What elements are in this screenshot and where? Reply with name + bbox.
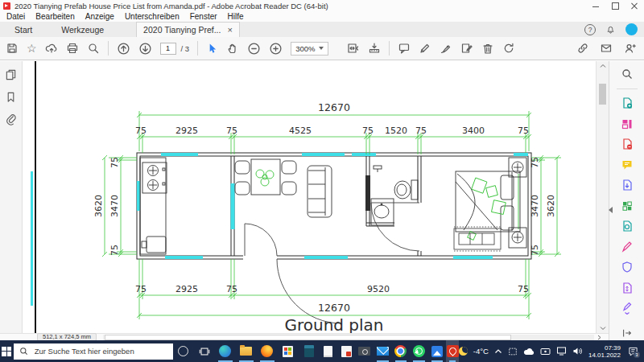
taskbar-app-edge[interactable] <box>215 340 236 362</box>
clock[interactable]: 07:39 14.01.2022 <box>588 344 621 359</box>
page-thumbnails-icon[interactable] <box>5 68 17 80</box>
tray-device-icon[interactable] <box>540 348 551 356</box>
tools-expand-icon[interactable] <box>621 327 633 339</box>
share-upload-icon[interactable] <box>45 42 58 55</box>
scrollbar-thumb[interactable] <box>599 84 606 105</box>
menu-datei[interactable]: Datei <box>6 12 25 21</box>
taskbar-app-store[interactable] <box>278 340 299 362</box>
night-mode-icon[interactable] <box>459 347 468 356</box>
dimension-label: 12670 <box>318 101 350 113</box>
right-panel-collapse-icon[interactable] <box>605 207 613 213</box>
network-icon[interactable] <box>556 347 567 356</box>
pdf-page[interactable]: 12670 75 2925 75 4525 75 1520 75 3400 75… <box>23 61 596 333</box>
tool-convert-icon[interactable] <box>621 220 634 232</box>
star-icon[interactable]: ☆ <box>27 43 37 54</box>
tool-fill-sign-icon[interactable] <box>621 241 634 253</box>
volume-icon[interactable] <box>572 347 583 356</box>
email-icon[interactable] <box>600 42 613 55</box>
tool-compress-icon[interactable] <box>621 282 634 294</box>
zoom-in-icon[interactable] <box>269 42 283 56</box>
menu-bearbeiten[interactable]: Bearbeiten <box>35 12 74 21</box>
scroll-down-icon[interactable] <box>600 326 606 331</box>
action-center-icon[interactable]: 3 <box>626 345 639 358</box>
taskbar-search[interactable] <box>14 343 173 360</box>
tool-more-icon[interactable] <box>621 302 634 315</box>
taskbar-app-file-explorer[interactable] <box>236 340 257 362</box>
tool-create-pdf-icon[interactable] <box>621 97 634 109</box>
tray-snip-icon[interactable] <box>508 347 518 356</box>
attachments-icon[interactable] <box>5 113 17 125</box>
user-avatar[interactable] <box>625 23 638 35</box>
tool-combine-files-icon[interactable] <box>621 117 634 130</box>
close-button-icon[interactable] <box>625 0 644 11</box>
hscroll-right-icon[interactable] <box>597 335 601 340</box>
menu-fenster[interactable]: Fenster <box>190 12 217 21</box>
tool-search-icon[interactable] <box>621 68 634 80</box>
tool-organize-pages-icon[interactable] <box>621 200 634 212</box>
taskbar-app-cortana[interactable] <box>173 340 194 362</box>
maximize-button-icon[interactable] <box>605 0 625 11</box>
bell-icon[interactable] <box>605 24 616 35</box>
scroll-up-icon[interactable] <box>600 64 606 68</box>
taskbar-app-whatsapp[interactable] <box>410 340 428 362</box>
taskbar-app-stamp[interactable] <box>337 340 356 362</box>
next-page-icon[interactable] <box>138 42 152 56</box>
menu-unterschreiben[interactable]: Unterschreiben <box>125 12 180 21</box>
search-icon <box>19 347 28 356</box>
tool-export-pdf-icon[interactable] <box>621 179 634 191</box>
onedrive-cloud-icon[interactable] <box>523 348 535 356</box>
select-cursor-icon[interactable] <box>206 43 218 55</box>
link-share-icon[interactable] <box>576 42 589 55</box>
sign-pen-icon[interactable] <box>440 42 452 55</box>
horizontal-scrollbar[interactable] <box>103 335 594 340</box>
help-icon[interactable]: ? <box>584 24 596 35</box>
page-fit-icon[interactable] <box>346 42 360 55</box>
highlight-pen-icon[interactable] <box>419 42 431 55</box>
bookmarks-icon[interactable] <box>5 91 17 103</box>
notification-badge: 3 <box>634 352 640 358</box>
bed <box>456 171 520 232</box>
tab-document[interactable]: 2020 Tianying Pref... × <box>136 22 240 38</box>
tray-chevron-up-icon[interactable] <box>494 348 502 354</box>
start-button[interactable] <box>0 340 14 362</box>
taskbar-app-camera[interactable] <box>356 340 374 362</box>
taskbar-app-mail[interactable] <box>374 340 392 362</box>
share-person-icon[interactable] <box>623 42 636 55</box>
zoom-out-icon[interactable] <box>247 42 261 56</box>
zoom-level-select[interactable]: 300% <box>291 42 328 56</box>
previous-page-icon[interactable] <box>117 42 130 56</box>
menu-hilfe[interactable]: Hilfe <box>228 12 244 21</box>
taskbar-app-chrome[interactable] <box>392 340 411 362</box>
minimize-button-icon[interactable] <box>586 0 605 11</box>
page-number-input[interactable] <box>160 43 176 55</box>
tool-delete-pages-icon[interactable] <box>621 138 634 150</box>
refresh-icon[interactable] <box>502 42 515 55</box>
weather-temperature[interactable]: -4°C <box>473 347 489 356</box>
comment-icon[interactable] <box>398 42 411 55</box>
tab-start[interactable]: Start <box>0 25 47 35</box>
tab-close-icon[interactable]: × <box>227 26 232 34</box>
vertical-scrollbar[interactable] <box>596 61 609 333</box>
taskbar-app-calculator[interactable] <box>299 340 320 362</box>
trash-icon[interactable] <box>481 42 494 55</box>
taskbar-app-photos[interactable] <box>428 340 447 362</box>
tool-comment-icon[interactable] <box>621 158 634 171</box>
tab-werkzeuge[interactable]: Werkzeuge <box>47 25 118 35</box>
taskbar-app-adobe-reader-active[interactable] <box>446 340 459 362</box>
tool-protect-icon[interactable] <box>621 261 634 274</box>
taskbar-app-task-view[interactable] <box>194 340 215 362</box>
search-icon[interactable] <box>87 42 100 55</box>
hscrollbar-thumb[interactable] <box>105 335 511 340</box>
print-icon[interactable] <box>66 42 79 55</box>
chrome-icon <box>394 345 407 357</box>
taskbar-search-input[interactable] <box>33 346 173 356</box>
dining-set <box>235 159 296 195</box>
measure-scroll-icon[interactable] <box>368 42 381 55</box>
fill-sign-icon[interactable] <box>460 42 473 55</box>
dimension-label: 75 <box>518 284 529 294</box>
taskbar-app-notepad[interactable] <box>320 340 338 362</box>
taskbar-app-firefox[interactable] <box>257 340 278 362</box>
menu-anzeige[interactable]: Anzeige <box>85 12 114 21</box>
hand-pan-icon[interactable] <box>226 42 239 55</box>
save-icon[interactable] <box>6 42 19 55</box>
